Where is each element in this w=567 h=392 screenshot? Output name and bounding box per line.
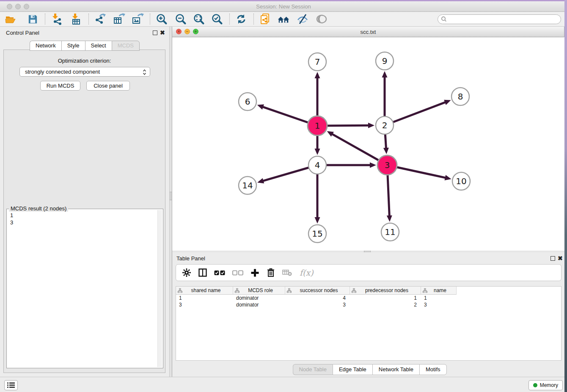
toolbar-separator [45,14,45,25]
graph-arrowhead [382,71,388,77]
memory-status-dot [533,383,537,387]
table-panel-header: Table Panel ✖ [172,252,567,265]
column-header-MCDS-role[interactable]: MCDS role [233,287,285,295]
network-graph[interactable]: 7968124314101511 [172,37,564,251]
table-cell[interactable]: 3 [421,302,457,308]
graph-arrowhead [315,149,320,155]
table-toolbar: f(x) [176,264,561,281]
refresh-icon[interactable] [235,13,248,25]
table-panel-title: Table Panel [176,255,205,262]
graph-arrowhead [370,163,376,168]
import-network-icon[interactable] [50,13,63,25]
table-cell[interactable]: 3 [285,302,350,308]
graph-node-label-15: 15 [312,229,322,239]
network-canvas[interactable]: 7968124314101511 [172,37,564,251]
node-table[interactable]: shared nameMCDS rolesuccessor nodesprede… [176,286,561,361]
select-all-checkboxes-icon[interactable] [214,270,225,276]
zoom-selected-icon[interactable] [211,13,223,25]
graph-node-label-8: 8 [458,91,463,102]
delete-table-icon [282,268,292,277]
float-panel-icon[interactable] [153,30,157,35]
table-tab-edge-table[interactable]: Edge Table [333,364,372,375]
column-panel-icon[interactable] [198,268,207,277]
table-cell[interactable]: 1 [350,295,421,301]
memory-button[interactable]: Memory [528,380,563,390]
hide-selected-eye-icon[interactable] [296,13,309,25]
table-cell[interactable]: dominator [233,302,285,308]
mcds-tab-content: Optimization criterion: strongly connect… [3,50,165,373]
zoom-fit-icon[interactable] [193,13,205,25]
mcds-result-title: MCDS result (2 nodes) [9,205,68,212]
export-network-icon[interactable] [94,13,107,25]
export-image-icon[interactable] [131,13,144,25]
vertical-splitter-handle[interactable] [170,192,172,200]
main-toolbar [0,12,567,27]
mcds-result-text[interactable]: 13 [10,212,13,226]
column-header-predecessor-nodes[interactable]: predecessor nodes [350,287,421,295]
open-session-icon[interactable] [4,13,17,25]
network-window-titlebar[interactable]: × − + scc.txt [172,27,564,37]
vertical-splitter[interactable] [169,27,172,377]
optimization-criterion-label: Optimization criterion: [4,58,165,64]
clone-network-icon[interactable] [259,13,272,25]
table-float-icon[interactable] [550,256,555,261]
control-tab-style[interactable]: Style [61,41,85,51]
table-tab-motifs[interactable]: Motifs [419,364,447,375]
toolbar-separator [88,14,89,25]
function-builder-icon: f(x) [300,268,314,277]
graph-node-label-14: 14 [242,180,253,190]
add-column-icon[interactable] [250,268,259,277]
show-hidden-eye-icon [315,13,328,25]
control-tab-mcds[interactable]: MCDS [112,41,140,51]
graph-arrowhead [368,123,374,128]
table-close-icon[interactable]: ✖ [558,255,563,262]
table-row[interactable]: 1dominator411 [176,295,561,301]
import-table-icon[interactable] [70,13,83,25]
graph-edge-2-8[interactable] [385,102,446,125]
save-session-icon[interactable] [26,13,39,25]
graph-arrowhead [445,175,451,180]
graph-arrowhead [444,100,451,105]
zoom-in-icon[interactable] [155,13,168,25]
deselect-all-checkboxes-icon[interactable] [232,270,243,276]
home-icon[interactable] [277,13,290,25]
table-cell[interactable]: 2 [350,302,421,308]
delete-column-icon[interactable] [267,268,275,277]
task-history-button[interactable] [4,380,18,390]
close-panel-icon[interactable]: ✖ [160,29,165,36]
window-titlebar[interactable]: Session: New Session [0,1,567,12]
search-input[interactable] [438,14,561,24]
graph-node-label-9: 9 [382,56,388,66]
table-tab-network-table[interactable]: Network Table [372,364,419,375]
table-tabs: Node TableEdge TableNetwork TableMotifs [292,364,446,375]
table-panel: Table Panel ✖ [172,252,567,377]
criterion-select[interactable]: strongly connected component [19,67,150,77]
table-cell[interactable]: dominator [233,295,285,301]
graph-node-label-2: 2 [382,120,388,130]
column-header-successor-nodes[interactable]: successor nodes [285,287,350,295]
application-window: Session: New Session [0,0,567,392]
graph-node-label-3: 3 [385,160,390,170]
column-header-shared-name[interactable]: shared name [176,287,233,295]
run-mcds-button[interactable]: Run MCDS [40,81,80,91]
table-row[interactable]: 3dominator323 [176,301,561,308]
table-cell[interactable]: 1 [176,295,233,301]
control-panel-title: Control Panel [6,30,39,36]
result-scrollbar[interactable] [157,210,162,367]
table-cell[interactable]: 3 [176,302,233,308]
graph-node-label-4: 4 [315,160,320,170]
close-panel-button[interactable]: Close panel [86,81,130,91]
table-cell[interactable]: 1 [421,295,457,301]
settings-gear-icon[interactable] [182,268,191,277]
control-tab-network[interactable]: Network [30,41,61,51]
control-tab-select[interactable]: Select [85,41,112,51]
memory-label: Memory [540,382,558,388]
column-header-name[interactable]: name [421,287,457,295]
table-tab-node-table[interactable]: Node Table [292,364,333,375]
zoom-out-icon[interactable] [174,13,187,25]
export-table-icon[interactable] [113,13,125,25]
graph-arrowhead [257,105,264,110]
window-title: Session: New Session [0,1,567,12]
search-box [438,14,561,24]
table-cell[interactable]: 4 [285,295,350,301]
